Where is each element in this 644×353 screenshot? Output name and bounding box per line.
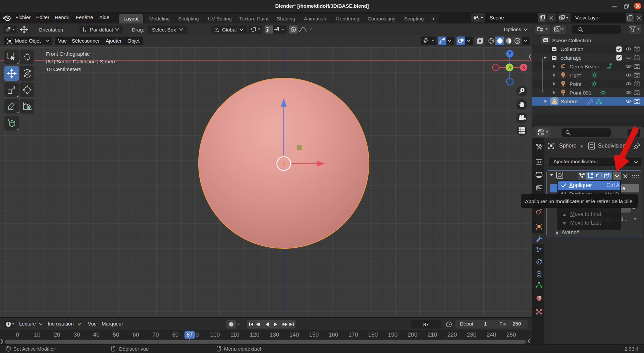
svg-text:Z: Z bbox=[508, 52, 511, 56]
svg-text:-Y: -Y bbox=[508, 66, 512, 70]
svg-text:X: X bbox=[522, 65, 525, 70]
